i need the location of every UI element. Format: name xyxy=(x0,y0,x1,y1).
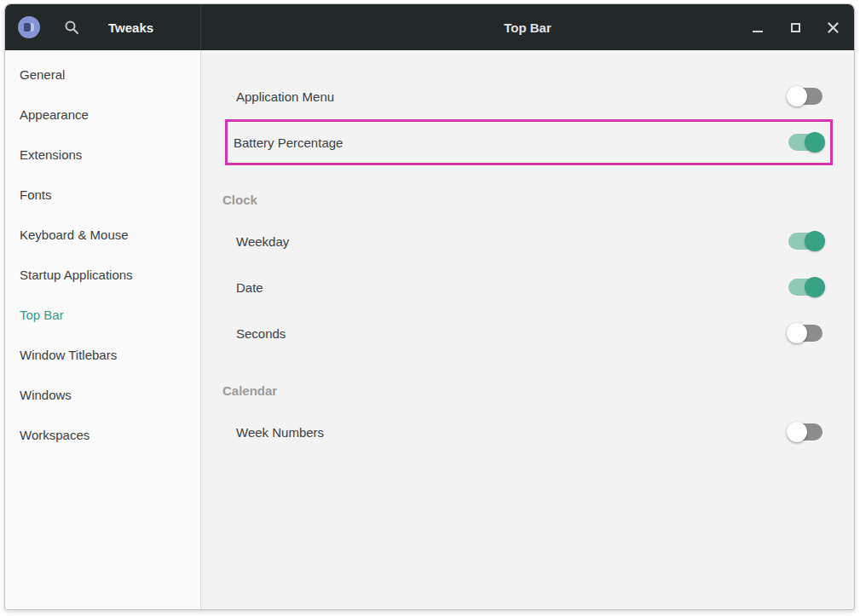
setting-label: Application Menu xyxy=(236,89,788,104)
sidebar-item-workspaces[interactable]: Workspaces xyxy=(5,415,200,455)
maximize-icon xyxy=(791,23,800,32)
settings-panel: Application Menu Battery Percentage Cloc… xyxy=(201,50,854,609)
titlebar-main-section: Top Bar xyxy=(201,4,854,50)
tweaks-window: Tweaks Top Bar xyxy=(4,3,855,610)
toggle-knob xyxy=(805,132,825,153)
toggle-battery-percentage[interactable] xyxy=(788,134,822,151)
sidebar-item-top-bar[interactable]: Top Bar xyxy=(5,295,200,335)
toggle-week-numbers[interactable] xyxy=(788,423,822,440)
window-body: General Appearance Extensions Fonts Keyb… xyxy=(5,50,854,609)
toggle-knob xyxy=(787,86,807,107)
setting-label: Week Numbers xyxy=(236,425,788,440)
toggle-weekday[interactable] xyxy=(788,233,822,250)
settings-row-weekday: Weekday xyxy=(201,218,854,264)
sidebar-item-startup-applications[interactable]: Startup Applications xyxy=(5,255,200,295)
sidebar-item-fonts[interactable]: Fonts xyxy=(5,175,200,215)
page-title: Top Bar xyxy=(504,20,551,35)
sidebar-item-extensions[interactable]: Extensions xyxy=(5,135,200,175)
minimize-icon xyxy=(753,31,763,32)
close-button[interactable] xyxy=(826,20,840,34)
settings-row-battery-percentage: Battery Percentage xyxy=(234,122,822,163)
setting-label: Weekday xyxy=(236,234,788,249)
annotation-highlight-box: Battery Percentage xyxy=(225,119,833,165)
app-title: Tweaks xyxy=(108,20,153,35)
section-header-calendar: Calendar xyxy=(201,379,854,403)
search-icon[interactable] xyxy=(64,20,79,35)
toggle-knob xyxy=(787,422,807,442)
sidebar-item-appearance[interactable]: Appearance xyxy=(5,95,200,135)
toggle-knob xyxy=(787,323,807,343)
tweaks-app-icon xyxy=(18,16,40,38)
sidebar: General Appearance Extensions Fonts Keyb… xyxy=(5,50,201,609)
settings-row-seconds: Seconds xyxy=(201,310,854,356)
window-controls xyxy=(751,4,840,50)
settings-row-week-numbers: Week Numbers xyxy=(201,409,854,455)
setting-label: Battery Percentage xyxy=(234,135,788,150)
toggle-seconds[interactable] xyxy=(788,325,822,342)
minimize-button[interactable] xyxy=(751,20,765,34)
toggle-knob xyxy=(805,231,825,251)
sidebar-item-window-titlebars[interactable]: Window Titlebars xyxy=(5,335,200,375)
toggle-date[interactable] xyxy=(788,279,822,296)
maximize-button[interactable] xyxy=(788,20,802,34)
close-icon xyxy=(828,22,839,33)
settings-row-date: Date xyxy=(201,264,854,310)
toggle-application-menu[interactable] xyxy=(788,88,822,105)
setting-label: Seconds xyxy=(236,326,788,341)
sidebar-item-general[interactable]: General xyxy=(5,55,200,95)
sidebar-item-keyboard-mouse[interactable]: Keyboard & Mouse xyxy=(5,215,200,255)
setting-label: Date xyxy=(236,280,788,295)
toggle-knob xyxy=(805,277,825,297)
sidebar-item-windows[interactable]: Windows xyxy=(5,375,200,415)
titlebar-sidebar-section: Tweaks xyxy=(5,4,201,50)
section-header-clock: Clock xyxy=(201,188,854,212)
settings-row-application-menu: Application Menu xyxy=(201,73,854,119)
titlebar: Tweaks Top Bar xyxy=(5,4,854,50)
